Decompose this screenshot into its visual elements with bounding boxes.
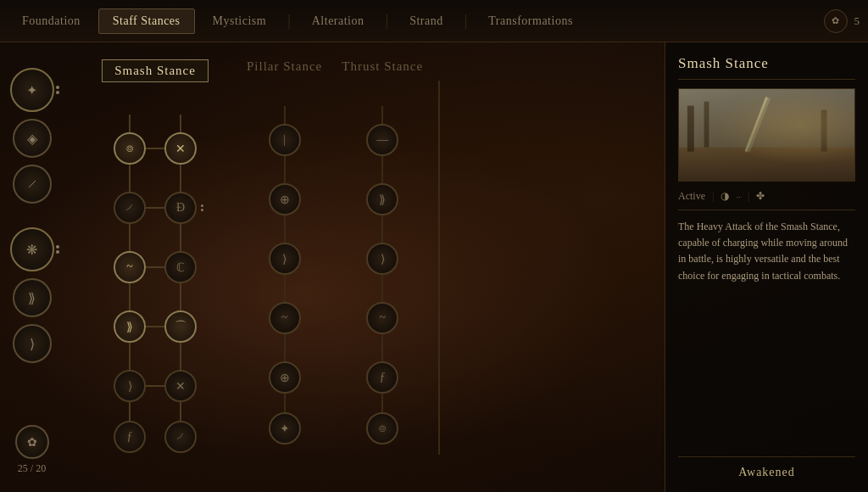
main-content: ✦ ◈ ⟋ ❋ ⟫ ⟩ ✿ 25: [0, 42, 868, 492]
smash-node-l5[interactable]: ⟩: [114, 370, 146, 402]
smash-stance-title: Smash Stance: [102, 59, 209, 82]
panel-title: Smash Stance: [678, 55, 855, 80]
thrust-node-1[interactable]: —: [366, 124, 398, 156]
bottom-counter: ✿ 25 / 20: [15, 425, 49, 475]
smash-node-r5-icon: ✕: [175, 379, 186, 394]
thrust-node-4-icon: ~: [379, 311, 386, 325]
sidebar-icon-5-symbol: ⟫: [28, 290, 36, 306]
smash-node-r6[interactable]: ⟋: [164, 421, 197, 453]
smash-node-l1-icon: ⌾: [126, 142, 133, 155]
right-detail-panel: Smash Stance: [665, 42, 868, 492]
nav-right-area: ✿ 5: [824, 9, 860, 33]
smash-node-l6-icon: ƒ: [127, 430, 133, 444]
counter-icon: ✿: [15, 425, 49, 459]
sidebar-icon-3-symbol: ⟋: [25, 176, 39, 192]
smash-node-l3-icon: ~: [126, 260, 133, 274]
nav-sep-3: |: [461, 12, 471, 30]
nav-mysticism[interactable]: Mysticism: [199, 9, 281, 33]
sidebar-icon-6[interactable]: ⟩: [13, 324, 52, 363]
pillar-stance-title: Pillar Stance: [247, 59, 322, 74]
nav-foundation[interactable]: Foundation: [8, 9, 94, 33]
svg-rect-11: [687, 106, 694, 152]
thrust-node-2-icon: ⟫: [379, 193, 386, 207]
smash-node-l1[interactable]: ⌾: [114, 132, 146, 165]
smash-node-r3-icon: ℂ: [176, 260, 185, 275]
panel-stats-row: Active | ◑ ·· | ✤: [678, 190, 855, 210]
smash-tree-svg: [79, 98, 231, 454]
sidebar-icon-4[interactable]: ❋: [10, 227, 54, 271]
counter-text: 25 / 20: [18, 462, 46, 475]
sidebar-dot: [56, 91, 59, 94]
thrust-node-2[interactable]: ⟫: [366, 183, 398, 215]
sidebar-dots-1: [56, 86, 59, 94]
pillar-node-6[interactable]: ✦: [269, 412, 301, 444]
tree-separator: [438, 81, 440, 455]
panel-preview-image: [678, 88, 855, 182]
thrust-node-6-icon: ⌾: [379, 422, 386, 435]
sidebar-icon-4-symbol: ❋: [26, 242, 37, 258]
skill-tree-area: Smash Stance ⌾ ⟋ ~: [64, 42, 665, 492]
pillar-node-3-icon: ⟩: [282, 252, 287, 266]
svg-rect-10: [679, 148, 854, 181]
smash-node-r1[interactable]: ✕: [164, 132, 197, 165]
thrust-node-3[interactable]: ⟩: [366, 243, 398, 275]
nav-currency-value: 5: [854, 14, 860, 28]
thrust-node-4[interactable]: ~: [366, 302, 398, 334]
svg-rect-12: [704, 102, 709, 148]
thrust-node-5[interactable]: ƒ: [366, 361, 398, 394]
thrust-stance-title: Thrust Stance: [342, 59, 423, 74]
node-dots-r2: [201, 204, 203, 211]
sidebar-icon-6-symbol: ⟩: [30, 336, 35, 352]
smash-node-l4[interactable]: ⟫: [114, 310, 146, 343]
panel-description-text: The Heavy Attack of the Smash Stance, ca…: [678, 221, 848, 282]
stat-active-label: Active: [678, 190, 705, 203]
pillar-node-2-icon: ⊕: [280, 193, 290, 207]
pillar-node-3[interactable]: ⟩: [269, 243, 301, 275]
stat-dots: ··: [736, 192, 741, 202]
stat-sep-2: |: [748, 190, 749, 203]
pillar-node-2[interactable]: ⊕: [269, 183, 301, 215]
sidebar-icon-5[interactable]: ⟫: [13, 278, 52, 317]
sidebar-icon-1-symbol: ✦: [26, 82, 37, 98]
smash-node-l2[interactable]: ⟋: [114, 192, 146, 224]
nav-strand[interactable]: Strand: [396, 9, 457, 33]
smash-node-r3[interactable]: ℂ: [164, 251, 197, 283]
pillar-stance-section: Pillar Stance | ⊕ ⟩ ~ ⊕ ✦: [247, 59, 322, 475]
pillar-node-4[interactable]: ~: [269, 302, 301, 334]
smash-node-r2[interactable]: Ð: [164, 192, 197, 224]
smash-node-l6[interactable]: ƒ: [114, 421, 146, 453]
nav-currency-icon-btn[interactable]: ✿: [824, 9, 848, 33]
smash-node-l4-icon: ⟫: [126, 320, 133, 334]
thrust-node-6[interactable]: ⌾: [366, 412, 398, 444]
nav-transformations[interactable]: Transformations: [475, 9, 587, 33]
pillar-node-5[interactable]: ⊕: [269, 361, 301, 394]
smash-node-r4[interactable]: ⌒: [164, 310, 197, 343]
nav-sep-2: |: [382, 12, 392, 30]
pillar-node-6-icon: ✦: [280, 422, 290, 436]
sidebar-dot: [56, 250, 59, 254]
svg-rect-9: [679, 89, 854, 181]
sidebar-icon-3[interactable]: ⟋: [13, 165, 52, 204]
thrust-node-3-icon: ⟩: [381, 252, 385, 266]
nav-staff-stances[interactable]: Staff Stances: [98, 8, 195, 34]
smash-node-l3[interactable]: ~: [114, 251, 146, 283]
smash-node-r6-icon: ⟋: [175, 430, 186, 444]
smash-stance-section: Smash Stance ⌾ ⟋ ~: [79, 59, 231, 475]
counter-icon-symbol: ✿: [27, 435, 37, 450]
pillar-node-4-icon: ~: [281, 311, 288, 325]
smash-node-r5[interactable]: ✕: [164, 370, 197, 402]
pillar-node-1[interactable]: |: [269, 124, 301, 156]
sidebar-icon-2[interactable]: ◈: [13, 119, 52, 158]
nav-sep-1: |: [284, 12, 294, 30]
sidebar-icon-1[interactable]: ✦: [10, 68, 54, 112]
smash-node-r1-icon: ✕: [175, 142, 186, 156]
scene-svg: [679, 89, 854, 181]
pillar-node-5-icon: ⊕: [280, 371, 290, 385]
smash-node-l5-icon: ⟩: [128, 379, 132, 394]
thrust-node-1-icon: —: [376, 133, 388, 147]
sidebar-icon-2-symbol: ◈: [27, 131, 37, 147]
nav-alteration[interactable]: Alteration: [298, 9, 378, 33]
thrust-node-5-icon: ƒ: [380, 371, 386, 384]
svg-line-15: [748, 98, 769, 152]
left-sidebar: ✦ ◈ ⟋ ❋ ⟫ ⟩ ✿ 25: [0, 42, 64, 492]
